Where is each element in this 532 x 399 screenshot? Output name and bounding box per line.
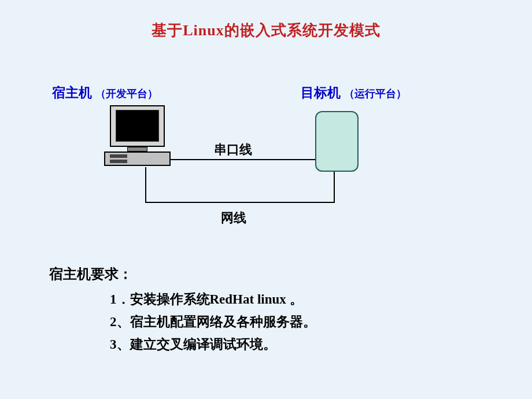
target-label: 目标机 （运行平台） bbox=[301, 84, 407, 102]
network-line-label: 网线 bbox=[221, 209, 246, 227]
host-label: 宿主机 （开发平台） bbox=[52, 84, 158, 102]
host-label-text: 宿主机 bbox=[52, 86, 92, 100]
requirements-list: 1．安装操作系统RedHat linux 。 2、宿主机配置网络及各种服务器。 … bbox=[110, 288, 316, 356]
list-item: 2、宿主机配置网络及各种服务器。 bbox=[110, 311, 316, 333]
slide-title: 基于Linux的嵌入式系统开发模式 bbox=[0, 0, 532, 40]
requirements-title: 宿主机要求： bbox=[49, 265, 132, 283]
computer-slot bbox=[110, 154, 127, 158]
target-sublabel: （运行平台） bbox=[344, 88, 407, 99]
serial-line-label: 串口线 bbox=[214, 141, 252, 158]
monitor-outer bbox=[110, 105, 165, 147]
computer-icon bbox=[104, 105, 171, 172]
monitor-base bbox=[127, 147, 147, 152]
serial-connection-line bbox=[171, 159, 315, 160]
computer-box bbox=[104, 152, 171, 166]
host-sublabel: （开发平台） bbox=[95, 88, 158, 99]
list-item: 3、建立交叉编译调试环境。 bbox=[110, 333, 316, 356]
network-line-segment bbox=[334, 172, 335, 203]
monitor-screen bbox=[116, 110, 159, 142]
network-line-segment bbox=[145, 167, 146, 202]
network-line-segment bbox=[145, 202, 335, 203]
target-label-text: 目标机 bbox=[301, 86, 341, 100]
target-device-icon bbox=[315, 111, 359, 172]
computer-slot bbox=[110, 160, 127, 163]
list-item: 1．安装操作系统RedHat linux 。 bbox=[110, 288, 316, 311]
